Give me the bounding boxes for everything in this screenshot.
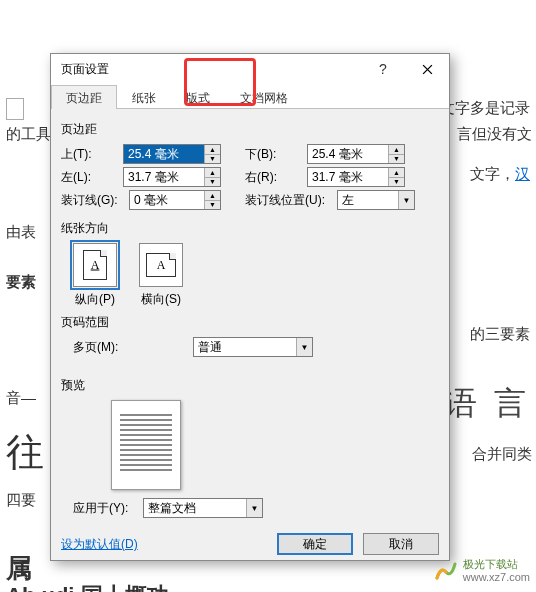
watermark-url: www.xz7.com [463,571,530,584]
bg-text: Ab udi 国士概功 [6,576,169,592]
label-gutter-pos: 装订线位置(U): [245,192,333,209]
close-icon [422,64,433,75]
spin-up-icon[interactable]: ▲ [205,145,220,155]
spin-right[interactable]: ▲▼ [307,167,405,187]
page-setup-dialog: 页面设置 ? 页边距 纸张 版式 文档网格 页边距 上(T): ▲▼ 下(B): [50,53,450,561]
spin-up-icon[interactable]: ▲ [389,145,404,155]
label-gutter: 装订线(G): [61,192,125,209]
spin-gutter[interactable]: ▲▼ [129,190,221,210]
label-top: 上(T): [61,146,119,163]
bg-text: 文字，汉 [470,160,530,187]
spin-bottom[interactable]: ▲▼ [307,144,405,164]
bg-text: 要素 [6,268,36,295]
section-orientation: 纸张方向 [61,220,439,237]
preview-page-icon [111,400,181,490]
bg-text: 言但没有文 [457,120,532,147]
highlight-annotation [184,58,256,106]
label-right: 右(R): [245,169,303,186]
section-preview: 预览 [61,377,439,394]
input-gutter[interactable] [130,191,204,209]
spin-down-icon[interactable]: ▼ [205,178,220,187]
label-apply: 应用于(Y): [73,500,137,517]
close-button[interactable] [405,54,449,84]
input-top[interactable] [124,145,204,163]
input-bottom[interactable] [308,145,388,163]
label-left: 左(L): [61,169,119,186]
cancel-button[interactable]: 取消 [363,533,439,555]
input-left[interactable] [124,168,204,186]
orientation-portrait[interactable]: A 纵向(P) [73,243,117,308]
combo-gutter-pos[interactable]: 左 ▼ [337,190,415,210]
spin-down-icon[interactable]: ▼ [389,155,404,164]
spin-up-icon[interactable]: ▲ [389,168,404,178]
spin-top[interactable]: ▲▼ [123,144,221,164]
spin-down-icon[interactable]: ▼ [205,155,220,164]
bg-text: 四要 [6,486,36,513]
bg-text: 语 言 [445,375,530,433]
tab-margins[interactable]: 页边距 [51,85,117,109]
chevron-down-icon[interactable]: ▼ [246,499,262,517]
watermark-logo-icon [433,558,459,584]
orientation-portrait-label: 纵向(P) [73,291,117,308]
bg-text: 合并同类 [472,440,532,467]
spin-up-icon[interactable]: ▲ [205,191,220,201]
chevron-down-icon[interactable]: ▼ [296,338,312,356]
input-right[interactable] [308,168,388,186]
spin-left[interactable]: ▲▼ [123,167,221,187]
help-button[interactable]: ? [361,54,405,84]
panel: 页边距 上(T): ▲▼ 下(B): ▲▼ 左(L): [51,109,449,527]
orientation-landscape-label: 横向(S) [139,291,183,308]
combo-apply[interactable]: 整篇文档 ▼ [143,498,263,518]
combo-multi-value: 普通 [194,339,296,356]
spin-down-icon[interactable]: ▼ [205,201,220,210]
bg-text: 的工具 [6,120,51,147]
preview-area [111,400,439,490]
bg-text: 往 [6,418,44,486]
bg-text: 音— [6,384,36,411]
bg-box [6,98,24,120]
combo-gutter-pos-value: 左 [338,192,398,209]
spin-down-icon[interactable]: ▼ [389,178,404,187]
label-multi: 多页(M): [73,339,133,356]
spin-up-icon[interactable]: ▲ [205,168,220,178]
label-bottom: 下(B): [245,146,303,163]
chevron-down-icon[interactable]: ▼ [398,191,414,209]
combo-apply-value: 整篇文档 [144,500,246,517]
watermark: 极光下载站 www.xz7.com [433,558,530,584]
button-row: 设为默认值(D) 确定 取消 [51,527,449,563]
bg-text: 文字多是记录 [440,94,530,121]
tab-paper[interactable]: 纸张 [117,85,171,109]
bg-text: 的三要素 [470,320,530,347]
section-margins: 页边距 [61,121,439,138]
bg-text: 由表 [6,218,36,245]
orientation-landscape[interactable]: A 横向(S) [139,243,183,308]
section-pages: 页码范围 [61,314,439,331]
ok-button[interactable]: 确定 [277,533,353,555]
set-default-link[interactable]: 设为默认值(D) [61,537,138,551]
combo-multi[interactable]: 普通 ▼ [193,337,313,357]
watermark-name: 极光下载站 [463,558,530,571]
